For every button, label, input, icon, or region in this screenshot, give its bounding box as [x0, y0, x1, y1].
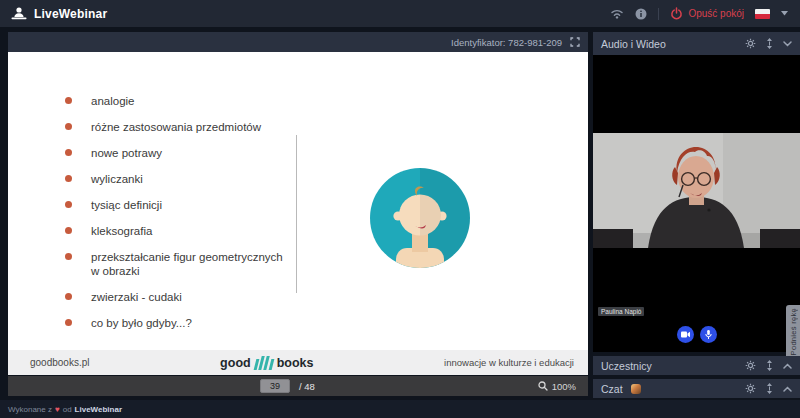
- caret-down-icon[interactable]: [781, 11, 788, 16]
- video-feed-area[interactable]: Paulina Napió: [593, 55, 800, 352]
- list-item: co by było gdyby...?: [65, 316, 293, 330]
- leave-room-label: Opuść pokój: [688, 8, 744, 19]
- status-brand-link[interactable]: LiveWebinar: [75, 405, 122, 414]
- raise-hand-side-tab[interactable]: Podnieś rękę: [786, 305, 800, 359]
- bullet-icon: [65, 253, 72, 260]
- bullet-icon: [65, 227, 72, 234]
- list-item: zwierzaki - cudaki: [65, 290, 293, 304]
- audio-video-panel-header[interactable]: Audio i Wideo: [593, 32, 800, 55]
- status-bar: Wykonane z ♥ od LiveWebinar: [0, 400, 800, 418]
- brand-name: LiveWebinar: [34, 7, 107, 21]
- chat-emoji-icon: [631, 384, 641, 394]
- bullet-icon: [65, 201, 72, 208]
- resize-panel-icon[interactable]: [766, 360, 773, 371]
- gear-icon[interactable]: [745, 38, 756, 49]
- list-item: nowe potrawy: [65, 146, 293, 160]
- resize-panel-icon[interactable]: [766, 383, 773, 394]
- camera-toggle-button[interactable]: [677, 326, 694, 343]
- chevron-up-icon[interactable]: [783, 363, 792, 369]
- fullscreen-icon[interactable]: [570, 37, 580, 47]
- chevron-down-icon[interactable]: [783, 41, 792, 47]
- slide-footer-tagline: innowacje w kulturze i edukacji: [444, 357, 574, 368]
- list-item: wyliczanki: [65, 172, 293, 186]
- zoom-control[interactable]: 100%: [538, 381, 576, 392]
- brand-logo[interactable]: LiveWebinar: [10, 6, 107, 21]
- goodbooks-logo-bars-icon: [254, 356, 274, 370]
- list-item: tysiąc definicji: [65, 198, 293, 212]
- goodbooks-logo: good books: [220, 356, 313, 370]
- gear-icon[interactable]: [745, 360, 756, 371]
- made-with-od: od: [63, 405, 72, 414]
- presentation-header: Identyfikator: 782-981-209: [8, 32, 588, 52]
- heart-icon: ♥: [55, 405, 60, 414]
- av-button-row: [593, 326, 800, 343]
- baby-avatar-illustration: [370, 168, 470, 268]
- presentation-controls-bar: / 48 100%: [8, 376, 588, 396]
- chat-panel-header[interactable]: Czat: [593, 379, 800, 398]
- presenter-name-tag: Paulina Napió: [598, 307, 644, 316]
- info-icon[interactable]: [635, 8, 647, 20]
- resize-panel-icon[interactable]: [766, 38, 773, 49]
- chevron-up-icon[interactable]: [783, 386, 792, 392]
- mic-toggle-button[interactable]: [700, 326, 717, 343]
- slide-bullet-list: analogie różne zastosowania przedmiotów …: [65, 94, 293, 342]
- livewebinar-logo-icon: [10, 6, 28, 21]
- list-item: kleksografia: [65, 224, 293, 238]
- participants-title: Uczestnicy: [601, 360, 652, 372]
- slide-footer: goodbooks.pl good books innowacje w kult…: [8, 350, 588, 375]
- page-total-label: / 48: [299, 381, 315, 392]
- zoom-level-label: 100%: [552, 381, 576, 392]
- audio-video-title: Audio i Wideo: [601, 38, 666, 50]
- bullet-icon: [65, 175, 72, 182]
- list-item: przekształcanie figur geometrycznych w o…: [65, 250, 293, 278]
- gear-icon[interactable]: [745, 383, 756, 394]
- topbar-divider: [658, 8, 659, 20]
- raise-hand-label: Podnieś rękę: [789, 308, 798, 355]
- slide-divider-line: [296, 135, 297, 293]
- slide-footer-url: goodbooks.pl: [30, 357, 90, 368]
- power-icon: [670, 7, 683, 20]
- livewebinar-app: LiveWebinar: [0, 0, 800, 418]
- leave-room-button[interactable]: Opuść pokój: [670, 7, 744, 20]
- room-identifier: Identyfikator: 782-981-209: [451, 37, 562, 48]
- list-item: różne zastosowania przedmiotów: [65, 120, 293, 134]
- top-bar: LiveWebinar: [0, 0, 800, 27]
- bullet-icon: [65, 319, 72, 326]
- bullet-icon: [65, 97, 72, 104]
- made-with-text: Wykonane z: [8, 405, 52, 414]
- list-item: analogie: [65, 94, 293, 108]
- bullet-icon: [65, 149, 72, 156]
- connection-icon[interactable]: [610, 8, 624, 19]
- participants-panel-header[interactable]: Uczestnicy: [593, 356, 800, 375]
- page-number-input[interactable]: [260, 379, 290, 393]
- magnifier-icon: [538, 381, 548, 391]
- flag-pl-icon[interactable]: [755, 9, 770, 19]
- chat-title: Czat: [601, 383, 623, 395]
- bullet-icon: [65, 123, 72, 130]
- bullet-icon: [65, 293, 72, 300]
- webcam-video: Paulina Napió: [593, 133, 800, 248]
- presentation-slide[interactable]: analogie różne zastosowania przedmiotów …: [8, 52, 588, 375]
